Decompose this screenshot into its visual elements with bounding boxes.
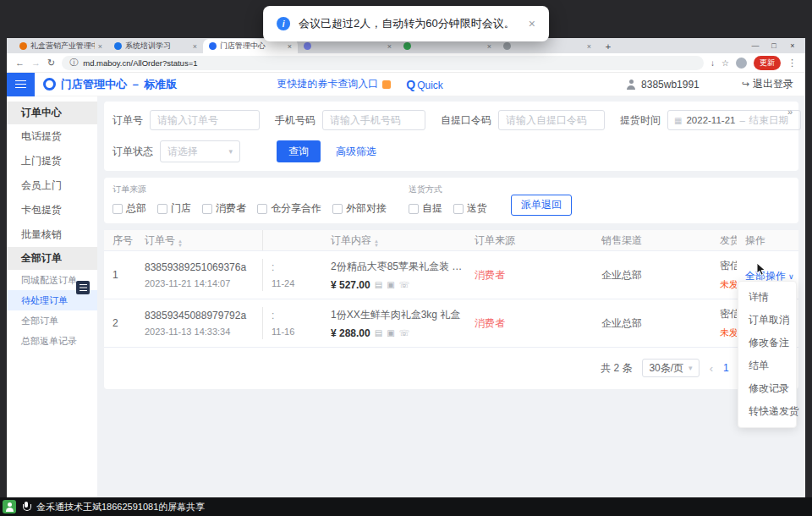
tab-close-icon[interactable]: × (487, 42, 491, 51)
menu-item-cancel-order[interactable]: 订单取消 (738, 309, 796, 332)
forward-button[interactable]: → (31, 58, 41, 68)
new-tab-button[interactable]: + (601, 40, 616, 53)
checkbox-label: 自提 (422, 201, 442, 216)
grid-icon[interactable]: ▤ (375, 280, 382, 289)
back-button[interactable]: ← (15, 58, 25, 68)
menu-item-express-ship[interactable]: 转快递发货 (738, 400, 796, 423)
order-source-options: 总部 门店 消费者 仓分享合作 外部对接 (112, 201, 387, 216)
col-action: 操作 (737, 233, 798, 248)
coupon-link-label: 更快捷的券卡查询入口 (277, 77, 378, 91)
tab-close-icon[interactable]: × (288, 42, 292, 51)
page-size-select[interactable]: 30条/页 ▾ (642, 359, 699, 377)
box-icon[interactable]: ▣ (387, 328, 394, 338)
menu-item-edit-note[interactable]: 修改备注 (738, 332, 796, 354)
checkbox-store[interactable]: 门店 (157, 201, 191, 216)
col-order-no[interactable]: 订单号▲▼ (136, 230, 263, 250)
menu-item-edit-history[interactable]: 修改记录 (738, 377, 796, 400)
search-button[interactable]: 查询 (277, 140, 321, 162)
prev-page-button[interactable]: ‹ (710, 362, 713, 375)
sidebar-menu-toggle[interactable] (7, 73, 35, 96)
col-content[interactable]: 订单内容▲▼ (322, 233, 466, 248)
sidebar-item-member-visit[interactable]: 会员上门 (7, 173, 97, 198)
checkbox-hq[interactable]: 总部 (112, 201, 146, 216)
info-icon: i (277, 17, 290, 30)
microphone-icon[interactable] (22, 501, 30, 513)
all-actions-dropdown[interactable]: 全部操作∨ (745, 270, 794, 282)
checkbox-icon[interactable] (112, 204, 123, 214)
sort-icons[interactable]: ▲▼ (178, 239, 183, 248)
checkbox-icon[interactable] (157, 204, 167, 214)
tab-title: 门店管理中心 (220, 41, 284, 52)
main-content: » 订单号 手机号码 自提口令码 (97, 96, 805, 497)
checkbox-consumer[interactable]: 消费者 (202, 201, 246, 216)
sidebar-collapse-toggle-icon[interactable] (76, 281, 90, 294)
checkbox-external[interactable]: 外部对接 (332, 201, 387, 216)
menu-item-detail[interactable]: 详情 (738, 286, 796, 309)
minimize-button[interactable]: — (746, 41, 765, 50)
box-icon[interactable]: ▣ (387, 280, 394, 289)
browser-tab-1[interactable]: 礼盒营销产业管理中心 × (14, 39, 108, 53)
checkbox-icon[interactable] (453, 204, 464, 214)
phone-icon[interactable]: ☏ (399, 280, 410, 289)
profile-avatar[interactable] (736, 58, 747, 69)
browser-window: 礼盒营销产业管理中心 × 系统培训学习 × 门店管理中心 × × × (7, 38, 805, 497)
order-no-input[interactable] (150, 110, 260, 130)
page-number-current[interactable]: 1 (723, 362, 729, 374)
tab-close-icon[interactable]: × (587, 42, 591, 51)
checkbox-icon[interactable] (332, 204, 343, 214)
tab-close-icon[interactable]: × (193, 42, 197, 51)
checkbox-icon[interactable] (409, 204, 419, 214)
coupon-query-link[interactable]: 更快捷的券卡查询入口 (277, 77, 391, 91)
bookmark-star-icon[interactable]: ☆ (721, 58, 729, 68)
meeting-toast: i 会议已超过2人，自动转为60分钟限时会议。 × (263, 6, 549, 41)
pickup-date-partial: 11-24 (272, 278, 322, 288)
checkbox-icon[interactable] (202, 204, 212, 214)
pickup-code-input[interactable] (498, 110, 605, 130)
order-number[interactable]: 83859389251069376a (145, 261, 263, 273)
delivery-method-label: 送货方式 (409, 184, 487, 195)
user-info[interactable]: 8385wb1991 (626, 79, 700, 91)
checkbox-self-pickup[interactable]: 自提 (409, 201, 442, 216)
phone-input[interactable] (322, 110, 425, 130)
reload-button[interactable]: ↻ (47, 58, 55, 69)
panel-collapse-icon[interactable]: » (787, 107, 792, 117)
checkbox-delivery[interactable]: 送货 (453, 201, 487, 216)
hamburger-icon (15, 80, 26, 89)
maximize-button[interactable]: □ (765, 41, 783, 50)
tab-close-icon[interactable]: × (98, 42, 102, 51)
checkbox-icon[interactable] (257, 204, 267, 214)
sidebar-item-phone-pickup[interactable]: 电话提货 (7, 124, 97, 149)
dispatch-return-button[interactable]: 派单退回 (511, 195, 572, 216)
sort-icons[interactable]: ▲▼ (374, 239, 379, 248)
url-omnibox[interactable]: ⓘ md.maboy.cn/AllOrder?status=1 (62, 56, 704, 70)
pickup-date-partial: 11-16 (272, 327, 322, 337)
browser-menu-icon[interactable]: ⋮ (787, 58, 797, 69)
ship-status-line2: 未发 (720, 327, 737, 339)
grid-icon[interactable]: ▤ (375, 328, 382, 338)
quick-label: Quick (417, 80, 443, 91)
phone-icon[interactable]: ☏ (399, 328, 410, 338)
download-icon[interactable]: ↓ (710, 58, 715, 68)
menu-item-close-order[interactable]: 结单 (738, 354, 796, 377)
order-number[interactable]: 83859345088979792a (145, 310, 263, 321)
window-close-button[interactable]: × (783, 41, 802, 50)
site-info-icon[interactable]: ⓘ (69, 57, 78, 69)
quick-brand-link[interactable]: Q Quick (406, 78, 443, 91)
order-no-label: 订单号 (112, 113, 143, 128)
tab-close-icon[interactable]: × (387, 42, 392, 51)
sidebar-item-hq-return-records[interactable]: 总部返单记录 (7, 331, 97, 351)
date-range-picker[interactable]: ▦ 2022-11-21 – 结束日期 (667, 110, 801, 130)
toast-close-icon[interactable]: × (529, 17, 535, 30)
sidebar-item-door-pickup[interactable]: 上门提货 (7, 149, 97, 173)
sidebar-item-all-orders[interactable]: 全部订单 (7, 310, 97, 331)
browser-update-button[interactable]: 更新 (754, 56, 781, 70)
sidebar-item-batch-verify[interactable]: 批量核销 (7, 222, 97, 247)
logout-button[interactable]: ↪ 退出登录 (742, 77, 793, 91)
col-ship-status: 发货状态 (711, 233, 737, 248)
url-text: md.maboy.cn/AllOrder?status=1 (83, 58, 197, 68)
order-status-select[interactable]: 请选择 ▾ (160, 140, 240, 162)
advanced-filter-link[interactable]: 高级筛选 (336, 145, 376, 159)
sidebar-item-card-pickup[interactable]: 卡包提货 (7, 198, 97, 222)
browser-tab-2[interactable]: 系统培训学习 × (108, 39, 203, 53)
checkbox-warehouse-share[interactable]: 仓分享合作 (257, 201, 321, 216)
